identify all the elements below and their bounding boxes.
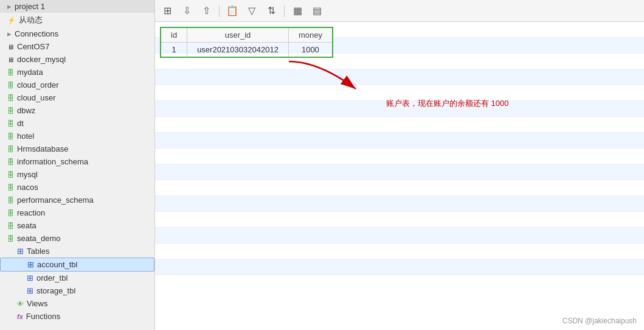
sidebar-item-label: project 1 <box>15 2 45 11</box>
sidebar-item-docker_mysql[interactable]: 🖥docker_mysql <box>0 53 154 66</box>
sidebar-item-mydata[interactable]: 🗄mydata <box>0 66 154 79</box>
table-grid: id user_id money 1user202103032042012100… <box>155 22 644 330</box>
sidebar-item-functions[interactable]: fxFunctions <box>0 310 154 323</box>
sidebar-item-seata[interactable]: 🗄seata <box>0 219 154 232</box>
filter-btn[interactable]: ▽ <box>243 3 260 19</box>
sidebar-item-reaction[interactable]: 🗄reaction <box>0 206 154 219</box>
sort-btn[interactable]: ⇅ <box>263 3 280 19</box>
watermark: CSDN @jakiechaipush <box>563 317 637 325</box>
connection-icon: ⚡ <box>7 16 16 24</box>
db-icon: 🗄 <box>7 209 14 217</box>
sidebar-item-label: cloud_order <box>17 80 59 90</box>
sidebar-item-hrmsdatabase[interactable]: 🗄Hrmsdatabase <box>0 142 154 155</box>
sidebar-item-label: Hrmsdatabase <box>17 144 69 153</box>
col-id: id <box>161 27 187 43</box>
sidebar-item-account_tbl[interactable]: ⊞account_tbl <box>0 258 154 272</box>
sidebar-item-performance_schema[interactable]: 🗄performance_schema <box>0 194 154 206</box>
sidebar-item-label: docker_mysql <box>17 55 66 64</box>
folder-icon: fx <box>17 313 23 320</box>
toolbar: ⊞⇩⇧📋▽⇅▦▤ <box>155 0 644 22</box>
sidebar-item-dt[interactable]: 🗄dt <box>0 117 154 130</box>
sidebar: ▸project 1⚡从动态▸Connections🖥CentOS7🖥docke… <box>0 0 155 330</box>
server-icon: 🖥 <box>7 43 14 51</box>
sidebar-item-label: performance_schema <box>17 195 94 205</box>
arrow-svg <box>271 55 392 104</box>
db-icon: 🗄 <box>7 158 14 166</box>
sidebar-item-label: mydata <box>17 68 43 77</box>
sidebar-item-label: nacos <box>17 183 38 192</box>
folder-icon: ⊞ <box>17 247 24 256</box>
table-icon: ⊞ <box>27 286 33 295</box>
sidebar-item-cloud_order[interactable]: 🗄cloud_order <box>0 79 154 91</box>
generic-icon: ▸ <box>7 2 12 11</box>
db-icon: 🗄 <box>7 222 14 230</box>
db-icon: 🗄 <box>7 197 14 204</box>
sidebar-item-label: CentOS7 <box>17 42 49 51</box>
db-icon: 🗄 <box>7 235 14 242</box>
db-icon: 🗄 <box>7 146 14 153</box>
sidebar-item-order_tbl[interactable]: ⊞order_tbl <box>0 272 154 284</box>
sidebar-item-label: information_schema <box>17 157 88 166</box>
result-table: id user_id money 1user202103032042012100… <box>160 27 333 58</box>
doc-btn[interactable]: 📋 <box>224 3 241 19</box>
sidebar-item-label: hotel <box>17 132 34 141</box>
sidebar-item-hotel[interactable]: 🗄hotel <box>0 130 154 142</box>
sidebar-item-project1[interactable]: ▸project 1 <box>0 0 154 13</box>
sidebar-item-label: account_tbl <box>37 260 78 269</box>
export-grid-btn[interactable]: ⊞ <box>159 3 176 19</box>
sidebar-item-label: dbwz <box>17 106 35 115</box>
content-area: ⊞⇩⇧📋▽⇅▦▤ <box>155 0 644 330</box>
sidebar-item-label: Tables <box>27 247 50 256</box>
import-btn[interactable]: ⇩ <box>178 3 195 19</box>
db-icon: 🗄 <box>7 107 14 114</box>
col-user_id: user_id <box>187 27 289 43</box>
table-icon: ⊞ <box>27 273 33 283</box>
form-view-btn[interactable]: ▤ <box>308 3 325 19</box>
annotation-container: 账户表，现在账户的余额还有 1000 <box>386 98 509 109</box>
sidebar-item-views[interactable]: 👁Views <box>0 297 154 310</box>
sidebar-item-storage_tbl[interactable]: ⊞storage_tbl <box>0 284 154 297</box>
export-btn[interactable]: ⇧ <box>198 3 215 19</box>
sidebar-item-label: reaction <box>17 208 45 217</box>
sidebar-item-cloud_user[interactable]: 🗄cloud_user <box>0 91 154 104</box>
sidebar-item-label: seata_demo <box>17 234 61 243</box>
folder-icon: 👁 <box>17 300 24 307</box>
annotation-text: 账户表，现在账户的余额还有 1000 <box>386 99 509 108</box>
sidebar-item-information_schema[interactable]: 🗄information_schema <box>0 155 154 168</box>
db-icon: 🗄 <box>7 120 14 127</box>
sidebar-item-jidongtai[interactable]: ⚡从动态 <box>0 13 154 27</box>
sidebar-item-label: mysql <box>17 170 38 179</box>
cell-id: 1 <box>161 43 187 58</box>
server-icon: 🖥 <box>7 56 14 63</box>
db-icon: 🗄 <box>7 171 14 178</box>
col-money: money <box>288 27 333 43</box>
sidebar-item-label: 从动态 <box>19 15 43 26</box>
toolbar-separator <box>219 5 220 17</box>
sidebar-item-label: Connections <box>15 29 58 38</box>
sidebar-item-label: Functions <box>26 312 60 321</box>
sidebar-item-label: cloud_user <box>17 93 56 102</box>
sidebar-item-seata_demo[interactable]: 🗄seata_demo <box>0 232 154 245</box>
toolbar-separator <box>284 5 285 17</box>
sidebar-item-nacos[interactable]: 🗄nacos <box>0 181 154 194</box>
db-icon: 🗄 <box>7 184 14 191</box>
sidebar-item-tables[interactable]: ⊞Tables <box>0 245 154 258</box>
db-icon: 🗄 <box>7 82 14 89</box>
sidebar-item-connections[interactable]: ▸Connections <box>0 27 154 40</box>
sidebar-item-label: Views <box>27 299 47 308</box>
db-icon: 🗄 <box>7 69 14 76</box>
sidebar-item-label: seata <box>17 221 36 230</box>
sidebar-item-dbwz[interactable]: 🗄dbwz <box>0 104 154 117</box>
sidebar-item-centos7[interactable]: 🖥CentOS7 <box>0 40 154 53</box>
grid-view-btn[interactable]: ▦ <box>289 3 306 19</box>
db-icon: 🗄 <box>7 133 14 140</box>
sidebar-item-label: storage_tbl <box>36 286 75 295</box>
table-icon: ⊞ <box>27 260 34 269</box>
sidebar-item-label: dt <box>17 119 24 128</box>
sidebar-item-label: order_tbl <box>36 273 68 283</box>
db-icon: 🗄 <box>7 94 14 102</box>
sidebar-item-mysql[interactable]: 🗄mysql <box>0 168 154 181</box>
generic-icon: ▸ <box>7 29 12 38</box>
